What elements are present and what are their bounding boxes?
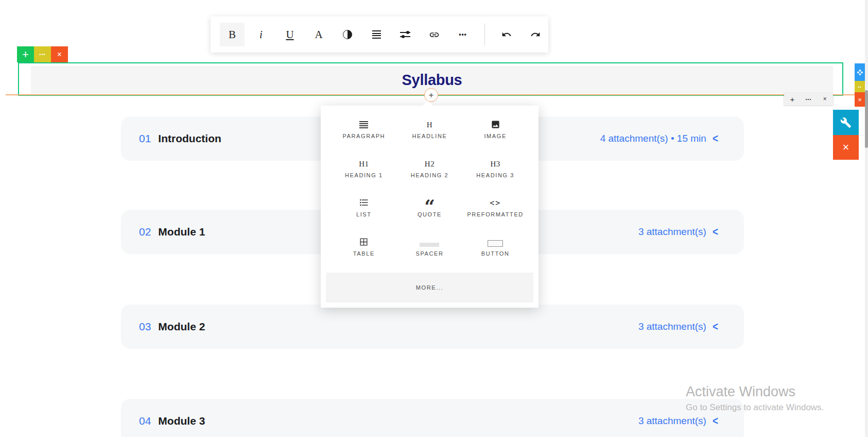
module-title: Module 1 <box>158 226 205 238</box>
list-icon <box>359 197 369 208</box>
text-format-toolbar: B i U A ••• <box>211 16 548 53</box>
undo-button[interactable] <box>494 23 519 46</box>
sliders-icon <box>400 30 410 39</box>
adjust-button[interactable] <box>393 23 418 46</box>
module-meta: 3 attachment(s) <box>638 226 706 238</box>
element-close-button[interactable]: × <box>817 93 832 105</box>
insert-menu-more-button[interactable]: MORE... <box>326 273 533 302</box>
bold-icon: B <box>229 28 236 41</box>
insert-item-image[interactable]: IMAGE <box>462 113 528 152</box>
module-title: Module 2 <box>158 321 205 333</box>
undo-icon <box>501 29 512 40</box>
ellipsis-icon: •• <box>858 85 862 89</box>
section-controls: + ••• × <box>17 46 68 62</box>
bold-button[interactable]: B <box>220 23 245 46</box>
delete-section-button[interactable]: × <box>51 46 68 62</box>
insert-item-spacer[interactable]: SPACER <box>397 230 463 270</box>
chevron-left-icon[interactable]: < <box>713 414 718 427</box>
chevron-left-icon[interactable]: < <box>713 225 718 238</box>
insert-item-table[interactable]: TABLE <box>331 230 397 270</box>
insert-item-preformatted[interactable]: <> PREFORMATTED <box>462 191 528 230</box>
align-button[interactable] <box>364 23 389 46</box>
element-mini-toolbar: + ••• × <box>784 93 833 105</box>
close-icon: × <box>843 141 849 154</box>
plus-icon: + <box>429 91 434 99</box>
close-icon: × <box>57 50 62 59</box>
module-meta: 4 attachment(s) • 15 min <box>600 133 706 144</box>
module-row-module-2[interactable]: 03 Module 2 3 attachment(s) < <box>121 305 744 349</box>
close-icon: × <box>823 95 827 103</box>
h3-icon: H3 <box>490 160 500 169</box>
insert-item-list[interactable]: LIST <box>331 191 397 230</box>
link-button[interactable] <box>422 23 446 46</box>
widget-close-button[interactable]: × <box>855 92 865 107</box>
table-icon <box>359 237 369 247</box>
h1-icon: H1 <box>359 160 369 169</box>
align-justify-icon <box>372 29 381 40</box>
insert-item-quote[interactable]: “ QUOTE <box>397 191 463 230</box>
module-meta: 3 attachment(s) <box>638 321 706 332</box>
redo-button[interactable] <box>523 23 548 46</box>
add-element-button[interactable]: + <box>785 93 800 105</box>
spacer-icon <box>420 243 439 247</box>
wrench-icon <box>840 117 852 128</box>
add-block-button[interactable]: + <box>424 88 438 102</box>
move-widget-button[interactable] <box>855 63 865 81</box>
add-section-button[interactable]: + <box>17 46 34 62</box>
module-row-module-3[interactable]: 04 Module 3 3 attachment(s) < <box>121 399 744 437</box>
scrollbar-thumb[interactable] <box>865 90 868 148</box>
insert-item-label: IMAGE <box>484 133 506 139</box>
code-icon: <> <box>490 198 501 208</box>
contrast-icon <box>343 30 352 39</box>
insert-item-label: TABLE <box>353 250 375 257</box>
insert-item-heading-2[interactable]: H2 HEADING 2 <box>397 152 463 191</box>
module-number: 02 <box>139 226 151 238</box>
insert-block-menu: PARAGRAPH H HEADLINE IMAGE H1 HEADING 1 … <box>321 106 539 308</box>
insert-item-heading-1[interactable]: H1 HEADING 1 <box>331 152 397 191</box>
contrast-button[interactable] <box>335 23 360 46</box>
chevron-left-icon[interactable]: < <box>713 132 718 145</box>
activate-windows-watermark: Activate Windows <box>686 384 795 400</box>
close-icon: × <box>858 96 862 104</box>
section-settings-button[interactable]: ••• <box>34 46 51 62</box>
font-color-button[interactable]: A <box>306 23 331 46</box>
redo-icon <box>530 29 541 40</box>
more-label: MORE... <box>416 284 443 291</box>
italic-button[interactable]: i <box>249 23 273 46</box>
insert-item-button[interactable]: BUTTON <box>462 230 528 270</box>
underline-button[interactable]: U <box>277 23 302 46</box>
insert-item-paragraph[interactable]: PARAGRAPH <box>331 113 397 152</box>
insert-item-label: HEADING 2 <box>411 172 449 178</box>
site-settings-button[interactable] <box>833 110 859 135</box>
move-icon <box>857 69 863 76</box>
headline-icon: H <box>427 121 432 129</box>
image-icon <box>490 120 501 129</box>
plus-icon: + <box>22 48 29 61</box>
h2-icon: H2 <box>425 160 435 169</box>
module-meta: 3 attachment(s) <box>638 415 706 427</box>
font-icon: A <box>315 28 322 41</box>
insert-item-label: HEADLINE <box>412 133 447 139</box>
chevron-left-icon[interactable]: < <box>713 320 718 333</box>
insert-item-heading-3[interactable]: H3 HEADING 3 <box>462 152 528 191</box>
insert-item-headline[interactable]: H HEADLINE <box>397 113 463 152</box>
ellipsis-icon: ••• <box>459 31 467 38</box>
module-title: Module 3 <box>158 415 205 427</box>
insert-item-label: PREFORMATTED <box>467 211 523 217</box>
insert-item-label: LIST <box>356 211 372 217</box>
module-number: 01 <box>139 132 151 145</box>
scrollbar-track[interactable] <box>865 0 868 437</box>
more-options-button[interactable]: ••• <box>450 23 475 46</box>
paragraph-icon <box>359 120 368 129</box>
insert-item-label: HEADING 1 <box>345 172 383 178</box>
widget-options-button[interactable]: •• <box>855 81 865 92</box>
exit-editor-button[interactable]: × <box>833 135 859 160</box>
insert-item-label: PARAGRAPH <box>343 133 386 139</box>
underline-icon: U <box>286 28 293 41</box>
button-icon <box>488 240 503 247</box>
module-number: 03 <box>139 321 151 333</box>
element-options-button[interactable]: ••• <box>801 93 816 105</box>
page-title: Syllabus <box>402 72 462 89</box>
quote-icon: “ <box>424 198 435 208</box>
insert-item-label: QUOTE <box>418 211 442 217</box>
